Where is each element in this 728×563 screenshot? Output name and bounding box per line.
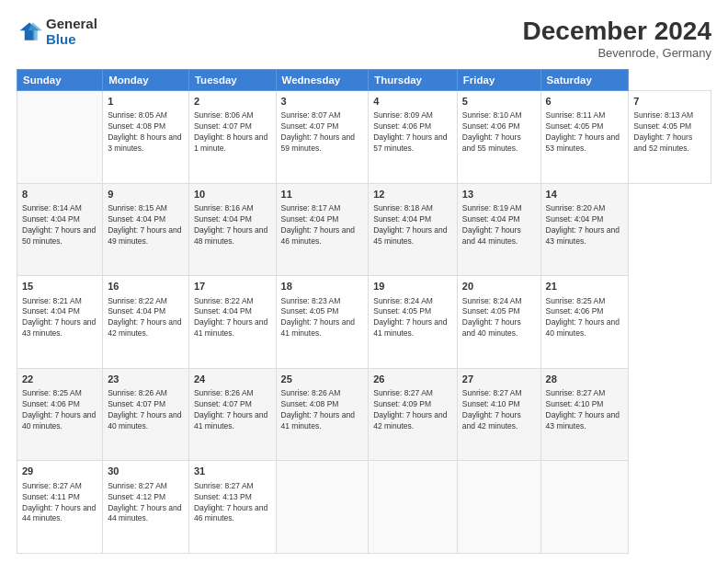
sunrise-text: Sunrise: 8:15 AM	[108, 203, 184, 214]
day-number: 4	[373, 95, 452, 109]
calendar-week-row: 1Sunrise: 8:05 AMSunset: 4:08 PMDaylight…	[17, 91, 711, 184]
sunrise-text: Sunrise: 8:27 AM	[108, 481, 184, 492]
daylight-text: Daylight: 7 hours and 40 minutes.	[108, 410, 184, 432]
daylight-text: Daylight: 7 hours and 42 minutes.	[373, 410, 452, 432]
table-row: 12Sunrise: 8:18 AMSunset: 4:04 PMDayligh…	[369, 183, 458, 276]
logo-general-text: General	[46, 17, 97, 32]
table-row: 21Sunrise: 8:25 AMSunset: 4:06 PMDayligh…	[540, 276, 629, 369]
sunset-text: Sunset: 4:07 PM	[194, 399, 271, 410]
calendar-header-row: Sunday Monday Tuesday Wednesday Thursday…	[17, 70, 711, 91]
sunset-text: Sunset: 4:04 PM	[22, 214, 97, 225]
table-row: 13Sunrise: 8:19 AMSunset: 4:04 PMDayligh…	[457, 183, 540, 276]
sunset-text: Sunset: 4:09 PM	[373, 399, 452, 410]
day-number: 30	[108, 465, 184, 478]
daylight-text: Daylight: 7 hours and 44 minutes.	[462, 225, 536, 247]
location: Bevenrode, Germany	[523, 46, 711, 60]
sunrise-text: Sunrise: 8:05 AM	[108, 110, 184, 121]
day-number: 15	[22, 280, 97, 293]
day-number: 27	[462, 373, 536, 386]
daylight-text: Daylight: 7 hours and 49 minutes.	[108, 225, 184, 247]
sunrise-text: Sunrise: 8:18 AM	[373, 203, 452, 214]
day-number: 6	[546, 95, 624, 109]
daylight-text: Daylight: 7 hours and 43 minutes.	[22, 317, 97, 339]
sunset-text: Sunset: 4:04 PM	[194, 214, 271, 225]
sunset-text: Sunset: 4:04 PM	[194, 306, 271, 317]
daylight-text: Daylight: 7 hours and 45 minutes.	[373, 225, 452, 247]
daylight-text: Daylight: 7 hours and 53 minutes.	[546, 132, 624, 155]
sunrise-text: Sunrise: 8:25 AM	[546, 296, 624, 307]
col-thursday: Thursday	[369, 70, 458, 91]
sunrise-text: Sunrise: 8:26 AM	[108, 388, 184, 399]
calendar-week-row: 29Sunrise: 8:27 AMSunset: 4:11 PMDayligh…	[17, 461, 711, 554]
sunset-text: Sunset: 4:07 PM	[281, 121, 364, 132]
sunset-text: Sunset: 4:04 PM	[108, 214, 184, 225]
daylight-text: Daylight: 8 hours and 1 minute.	[194, 132, 271, 155]
daylight-text: Daylight: 7 hours and 44 minutes.	[108, 503, 184, 525]
sunset-text: Sunset: 4:10 PM	[546, 399, 624, 410]
sunrise-text: Sunrise: 8:20 AM	[546, 203, 624, 214]
sunset-text: Sunset: 4:06 PM	[22, 399, 97, 410]
logo-text: General Blue	[46, 17, 97, 47]
day-number: 10	[194, 188, 271, 201]
day-number: 21	[546, 280, 624, 293]
sunset-text: Sunset: 4:04 PM	[462, 214, 536, 225]
sunset-text: Sunset: 4:05 PM	[633, 121, 706, 132]
table-row	[540, 461, 629, 554]
day-number: 7	[633, 95, 706, 109]
sunset-text: Sunset: 4:05 PM	[281, 306, 364, 317]
sunset-text: Sunset: 4:07 PM	[194, 121, 271, 132]
daylight-text: Daylight: 7 hours and 42 minutes.	[462, 410, 536, 432]
sunset-text: Sunset: 4:12 PM	[108, 492, 184, 503]
sunrise-text: Sunrise: 8:25 AM	[22, 388, 97, 399]
daylight-text: Daylight: 7 hours and 43 minutes.	[546, 410, 624, 432]
table-row: 18Sunrise: 8:23 AMSunset: 4:05 PMDayligh…	[276, 276, 369, 369]
day-number: 11	[281, 188, 364, 201]
day-number: 24	[194, 373, 271, 386]
sunrise-text: Sunrise: 8:21 AM	[22, 296, 97, 307]
day-number: 12	[373, 188, 452, 201]
table-row: 20Sunrise: 8:24 AMSunset: 4:05 PMDayligh…	[457, 276, 540, 369]
sunrise-text: Sunrise: 8:06 AM	[194, 110, 271, 121]
sunrise-text: Sunrise: 8:10 AM	[462, 110, 536, 121]
table-row: 31Sunrise: 8:27 AMSunset: 4:13 PMDayligh…	[188, 461, 276, 554]
col-saturday: Saturday	[540, 70, 629, 91]
sunrise-text: Sunrise: 8:24 AM	[373, 296, 452, 307]
daylight-text: Daylight: 7 hours and 41 minutes.	[281, 410, 364, 432]
sunrise-text: Sunrise: 8:27 AM	[22, 481, 97, 492]
daylight-text: Daylight: 7 hours and 52 minutes.	[633, 132, 706, 155]
sunset-text: Sunset: 4:07 PM	[108, 399, 184, 410]
daylight-text: Daylight: 7 hours and 40 minutes.	[22, 410, 97, 432]
sunset-text: Sunset: 4:11 PM	[22, 492, 97, 503]
day-number: 17	[194, 280, 271, 293]
table-row: 8Sunrise: 8:14 AMSunset: 4:04 PMDaylight…	[17, 183, 103, 276]
daylight-text: Daylight: 7 hours and 41 minutes.	[194, 410, 271, 432]
sunrise-text: Sunrise: 8:27 AM	[462, 388, 536, 399]
sunrise-text: Sunrise: 8:11 AM	[546, 110, 624, 121]
day-number: 31	[194, 465, 271, 478]
sunset-text: Sunset: 4:05 PM	[462, 306, 536, 317]
table-row	[17, 91, 103, 184]
calendar-week-row: 8Sunrise: 8:14 AMSunset: 4:04 PMDaylight…	[17, 183, 711, 276]
day-number: 3	[281, 95, 364, 109]
table-row	[369, 461, 458, 554]
day-number: 14	[546, 188, 624, 201]
logo: General Blue	[17, 17, 97, 47]
day-number: 18	[281, 280, 364, 293]
day-number: 9	[108, 188, 184, 201]
table-row: 17Sunrise: 8:22 AMSunset: 4:04 PMDayligh…	[188, 276, 276, 369]
table-row: 27Sunrise: 8:27 AMSunset: 4:10 PMDayligh…	[457, 368, 540, 461]
sunrise-text: Sunrise: 8:13 AM	[633, 110, 706, 121]
day-number: 16	[108, 280, 184, 293]
daylight-text: Daylight: 7 hours and 43 minutes.	[546, 225, 624, 247]
sunset-text: Sunset: 4:10 PM	[462, 399, 536, 410]
sunrise-text: Sunrise: 8:24 AM	[462, 296, 536, 307]
table-row: 25Sunrise: 8:26 AMSunset: 4:08 PMDayligh…	[276, 368, 369, 461]
page: General Blue December 2024 Bevenrode, Ge…	[0, 0, 728, 563]
daylight-text: Daylight: 7 hours and 40 minutes.	[546, 317, 624, 339]
sunrise-text: Sunrise: 8:07 AM	[281, 110, 364, 121]
day-number: 5	[462, 95, 536, 109]
sunset-text: Sunset: 4:04 PM	[373, 214, 452, 225]
daylight-text: Daylight: 7 hours and 46 minutes.	[194, 503, 271, 525]
day-number: 8	[22, 188, 97, 201]
sunrise-text: Sunrise: 8:17 AM	[281, 203, 364, 214]
